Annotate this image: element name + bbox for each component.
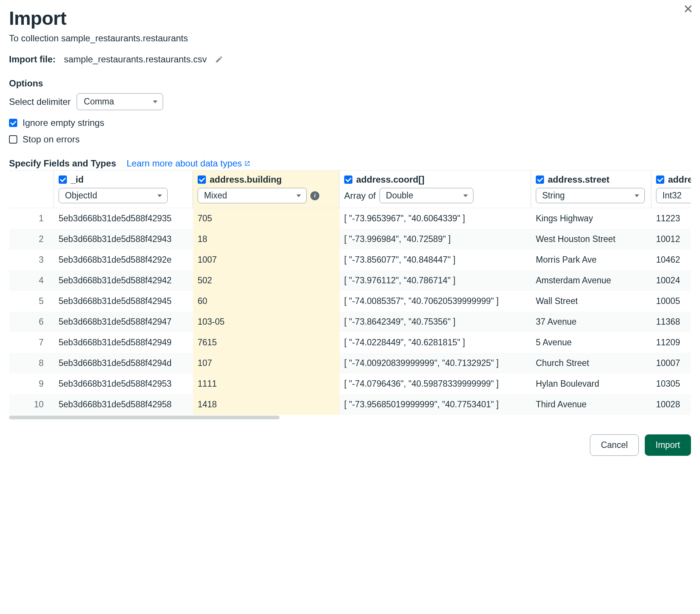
table-cell: Church Street <box>531 353 652 374</box>
caret-down-icon <box>635 194 639 197</box>
row-number: 10 <box>9 394 54 415</box>
ignore-empty-label[interactable]: Ignore empty strings <box>23 118 104 128</box>
table-cell: 5eb3d668b31de5d588f4292e <box>54 250 193 270</box>
column-include-checkbox[interactable] <box>536 175 544 184</box>
pencil-icon[interactable] <box>215 55 223 64</box>
close-icon[interactable]: ✕ <box>683 3 693 15</box>
table-cell: [ "-74.0085357", "40.70620539999999" ] <box>340 291 531 312</box>
caret-down-icon <box>157 194 162 197</box>
column-header: address.coord[]Array ofDouble <box>340 171 531 208</box>
dialog-title: Import <box>9 8 691 29</box>
column-name: address.street <box>548 174 609 185</box>
table-cell: Morris Park Ave <box>531 250 652 270</box>
table-cell: [ "-73.976112", "40.786714" ] <box>340 270 531 291</box>
column-include-checkbox[interactable] <box>344 175 352 184</box>
learn-more-link[interactable]: Learn more about data types <box>127 158 250 169</box>
table-cell: [ "-73.8642349", "40.75356" ] <box>340 312 531 332</box>
scrollbar-thumb[interactable] <box>9 416 280 419</box>
table-cell: 10024 <box>652 270 691 291</box>
column-include-checkbox[interactable] <box>656 175 664 184</box>
table-cell: 11209 <box>652 332 691 353</box>
delimiter-label: Select delimiter <box>9 97 71 107</box>
table-cell: 5eb3d668b31de5d588f4294d <box>54 353 193 374</box>
options-heading: Options <box>9 78 691 89</box>
stop-on-errors-checkbox[interactable] <box>9 135 17 144</box>
table-cell: 107 <box>193 353 340 374</box>
stop-on-errors-label[interactable]: Stop on errors <box>23 134 80 145</box>
table-cell: 1007 <box>193 250 340 270</box>
column-name: address.coord[] <box>356 174 424 185</box>
import-button[interactable]: Import <box>645 434 691 456</box>
column-type-select[interactable]: String <box>536 188 645 203</box>
table-cell: 5eb3d668b31de5d588f42945 <box>54 291 193 312</box>
column-type-select[interactable]: ObjectId <box>59 188 168 203</box>
column-type-select[interactable]: Double <box>379 188 473 203</box>
table-cell: 37 Avenue <box>531 312 652 332</box>
row-number: 5 <box>9 291 54 312</box>
table-cell: 18 <box>193 229 340 250</box>
table-cell: 5eb3d668b31de5d588f42947 <box>54 312 193 332</box>
table-cell: 10007 <box>652 353 691 374</box>
row-number: 1 <box>9 208 54 229</box>
table-cell: [ "-74.0796436", "40.59878339999999" ] <box>340 374 531 394</box>
table-cell: 5eb3d668b31de5d588f42953 <box>54 374 193 394</box>
table-cell: 103-05 <box>193 312 340 332</box>
table-cell: 10028 <box>652 394 691 415</box>
table-cell: 1418 <box>193 394 340 415</box>
table-cell: [ "-73.996984", "40.72589" ] <box>340 229 531 250</box>
horizontal-scrollbar[interactable] <box>9 415 691 420</box>
rownum-header <box>9 171 54 208</box>
row-number: 3 <box>9 250 54 270</box>
info-icon[interactable]: i <box>310 191 319 200</box>
type-prefix: Array of <box>344 191 376 201</box>
table-cell: 10462 <box>652 250 691 270</box>
table-cell: [ "-73.9653967", "40.6064339" ] <box>340 208 531 229</box>
table-cell: 5 Avenue <box>531 332 652 353</box>
table-cell: 10012 <box>652 229 691 250</box>
import-file-label: Import file: <box>9 54 56 65</box>
table-cell: 5eb3d668b31de5d588f42943 <box>54 229 193 250</box>
table-cell: Third Avenue <box>531 394 652 415</box>
row-number: 6 <box>9 312 54 332</box>
table-cell: 502 <box>193 270 340 291</box>
ignore-empty-checkbox[interactable] <box>9 119 17 127</box>
column-type-value: String <box>542 191 565 201</box>
column-type-select[interactable]: Mixed <box>198 188 307 203</box>
table-cell: 11368 <box>652 312 691 332</box>
table-cell: Hylan Boulevard <box>531 374 652 394</box>
caret-down-icon <box>153 100 157 103</box>
row-number: 9 <box>9 374 54 394</box>
table-cell: 705 <box>193 208 340 229</box>
table-cell: [ "-73.95685019999999", "40.7753401" ] <box>340 394 531 415</box>
column-name: _id <box>71 174 84 185</box>
row-number: 7 <box>9 332 54 353</box>
table-cell: Amsterdam Avenue <box>531 270 652 291</box>
external-link-icon <box>244 160 250 166</box>
table-cell: 10305 <box>652 374 691 394</box>
caret-down-icon <box>296 194 301 197</box>
table-cell: 1111 <box>193 374 340 394</box>
caret-down-icon <box>463 194 468 197</box>
table-cell: West Houston Street <box>531 229 652 250</box>
preview-table: _idObjectIdaddress.buildingMixediaddress… <box>9 170 691 420</box>
cancel-button[interactable]: Cancel <box>590 434 639 456</box>
specify-heading: Specify Fields and Types <box>9 158 116 169</box>
row-number: 4 <box>9 270 54 291</box>
delimiter-value: Comma <box>84 97 114 107</box>
delimiter-select[interactable]: Comma <box>77 93 163 110</box>
table-cell: 5eb3d668b31de5d588f42958 <box>54 394 193 415</box>
column-include-checkbox[interactable] <box>198 175 206 184</box>
row-number: 2 <box>9 229 54 250</box>
column-name: address.building <box>210 174 282 185</box>
column-header: _idObjectId <box>54 171 193 208</box>
column-include-checkbox[interactable] <box>59 175 67 184</box>
row-number: 8 <box>9 353 54 374</box>
table-cell: 7615 <box>193 332 340 353</box>
column-name: address.zipcode <box>668 174 691 185</box>
column-type-select[interactable]: Int32 <box>656 188 691 203</box>
column-header: address.zipcodeInt32 <box>652 171 691 208</box>
table-cell: 5eb3d668b31de5d588f42949 <box>54 332 193 353</box>
table-cell: [ "-73.856077", "40.848447" ] <box>340 250 531 270</box>
table-cell: [ "-74.00920839999999", "40.7132925" ] <box>340 353 531 374</box>
table-cell: Kings Highway <box>531 208 652 229</box>
